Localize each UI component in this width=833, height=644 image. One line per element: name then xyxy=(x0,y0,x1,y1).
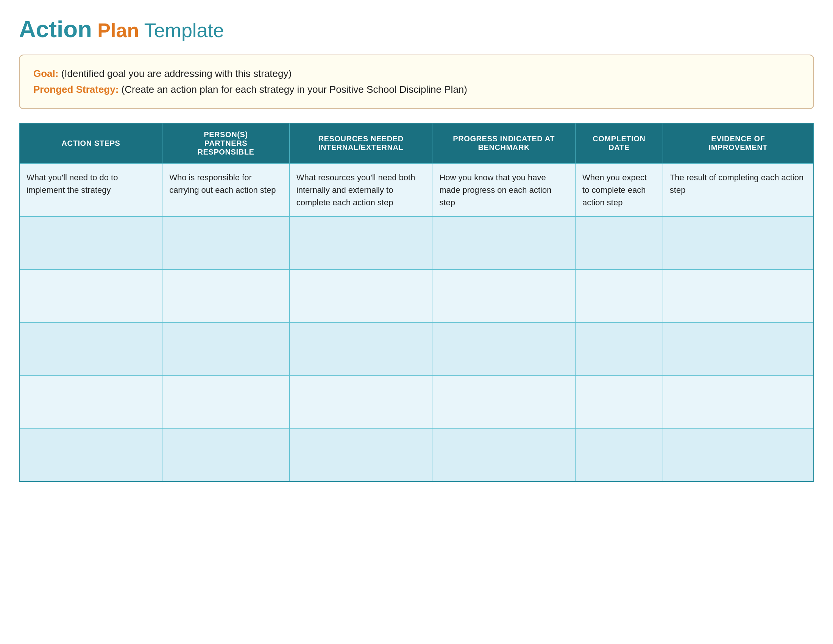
title-template: Template xyxy=(144,19,224,41)
empty-cell xyxy=(19,322,162,375)
empty-cell xyxy=(19,269,162,322)
empty-cell xyxy=(663,322,814,375)
empty-cell xyxy=(663,269,814,322)
goal-text: (Identified goal you are addressing with… xyxy=(61,68,291,79)
table-row xyxy=(19,375,814,428)
empty-cell xyxy=(663,216,814,269)
action-plan-table: ACTION STEPS PERSON(S)PARTNERSRESPONSIBL… xyxy=(19,123,814,482)
title-plan: Plan xyxy=(97,19,139,41)
empty-cell xyxy=(433,428,576,481)
empty-cell xyxy=(663,375,814,428)
empty-cell xyxy=(19,428,162,481)
empty-cell xyxy=(433,216,576,269)
header-progress-benchmark: PROGRESS INDICATED ATBENCHMARK xyxy=(433,123,576,164)
desc-action-steps: What you'll need to do to implement the … xyxy=(19,163,162,216)
desc-progress: How you know that you have made progress… xyxy=(433,163,576,216)
empty-cell xyxy=(19,216,162,269)
header-persons-responsible: PERSON(S)PARTNERSRESPONSIBLE xyxy=(162,123,289,164)
desc-persons: Who is responsible for carrying out each… xyxy=(162,163,289,216)
table-row xyxy=(19,428,814,481)
empty-cell xyxy=(663,428,814,481)
empty-cell xyxy=(576,216,663,269)
empty-cell xyxy=(289,216,433,269)
goal-box: Goal: (Identified goal you are addressin… xyxy=(19,55,814,109)
table-row xyxy=(19,216,814,269)
pronged-line: Pronged Strategy: (Create an action plan… xyxy=(33,82,800,98)
goal-label: Goal: xyxy=(33,68,58,79)
empty-cell xyxy=(19,375,162,428)
empty-cell xyxy=(289,269,433,322)
empty-cell xyxy=(289,428,433,481)
empty-cell xyxy=(289,375,433,428)
table-header-row: ACTION STEPS PERSON(S)PARTNERSRESPONSIBL… xyxy=(19,123,814,164)
desc-evidence: The result of completing each action ste… xyxy=(663,163,814,216)
pronged-text: (Create an action plan for each strategy… xyxy=(122,84,467,95)
empty-cell xyxy=(433,375,576,428)
pronged-label: Pronged Strategy: xyxy=(33,84,119,95)
empty-cell xyxy=(289,322,433,375)
empty-cell xyxy=(162,428,289,481)
empty-cell xyxy=(576,322,663,375)
desc-resources: What resources you'll need both internal… xyxy=(289,163,433,216)
desc-completion: When you expect to complete each action … xyxy=(576,163,663,216)
table-desc-row: What you'll need to do to implement the … xyxy=(19,163,814,216)
empty-cell xyxy=(576,269,663,322)
empty-cell xyxy=(576,375,663,428)
empty-cell xyxy=(162,322,289,375)
title-action: Action xyxy=(19,16,92,42)
empty-cell xyxy=(162,375,289,428)
page-title: Action Plan Template xyxy=(19,15,814,43)
header-resources-needed: RESOURCES NEEDEDINTERNAL/EXTERNAL xyxy=(289,123,433,164)
goal-line: Goal: (Identified goal you are addressin… xyxy=(33,66,800,82)
header-evidence-improvement: EVIDENCE OFIMPROVEMENT xyxy=(663,123,814,164)
table-row xyxy=(19,322,814,375)
header-action-steps: ACTION STEPS xyxy=(19,123,162,164)
empty-cell xyxy=(433,269,576,322)
header-completion-date: COMPLETIONDATE xyxy=(576,123,663,164)
empty-cell xyxy=(162,216,289,269)
empty-cell xyxy=(576,428,663,481)
empty-cell xyxy=(162,269,289,322)
empty-cell xyxy=(433,322,576,375)
table-row xyxy=(19,269,814,322)
